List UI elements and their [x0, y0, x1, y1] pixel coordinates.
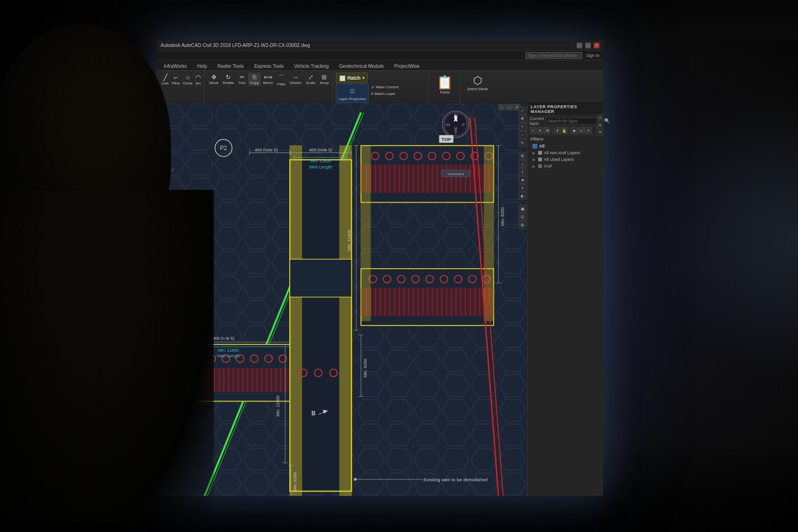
hatch-dropdown[interactable]: ▦ Hatch ▾ [336, 73, 368, 83]
layer-color-btn[interactable]: ■ [571, 127, 578, 134]
delete-layer-btn[interactable]: ✕ [537, 127, 543, 134]
rotate3d-btn[interactable]: ↻ [519, 139, 526, 147]
layer-tree-item-nonxref[interactable]: ▶ All non-Xref Layers [528, 149, 603, 156]
person-shoulder-silhouette [0, 190, 214, 522]
svg-text:Min. 6200: Min. 6200 [293, 472, 297, 491]
svg-text:Min. 6200: Min. 6200 [363, 359, 368, 377]
svg-rect-61 [340, 146, 352, 496]
zoom-out-btn[interactable]: − [519, 131, 526, 139]
all-label: All [539, 144, 545, 149]
search-input[interactable] [525, 52, 582, 59]
modify-scale-btn[interactable]: ⤢Scale [304, 73, 317, 86]
ribbon: Sign In InfraWorks Help Raster Tools Exp… [157, 51, 603, 103]
select-mode-btn[interactable]: ⬡ Select Mode [464, 73, 491, 93]
lock-layer-btn[interactable]: 🔓 [561, 127, 568, 134]
modify-copy-btn[interactable]: ⎘Copy [248, 73, 261, 86]
layer-panel-toolbar: Current layer: 🔍 [528, 116, 603, 126]
monitor-screen: Autodesk AutoCAD Civil 3D 2018 LFD-ARP-Z… [157, 40, 603, 496]
panel-tool-1[interactable]: ⊟ [597, 114, 603, 121]
ortho-toggle-btn[interactable]: ┼ [519, 168, 526, 176]
layer-tree-item-xref[interactable]: ▶ Xref [528, 163, 603, 169]
layer-properties-btn[interactable]: ≡ Layer Properties [336, 84, 369, 103]
panel-side-tools: ⊟ ⊠ ✥ [596, 113, 603, 136]
layer-tree-item-usedlayers[interactable]: ▶ All Used Layers [528, 156, 603, 163]
panel-tool-2[interactable]: ⊠ [597, 121, 603, 128]
layer-search-input[interactable] [546, 118, 603, 124]
layer-lineweight-btn[interactable]: ≡ [585, 127, 592, 134]
filters-label: Filters [528, 135, 603, 143]
usedlayers-icon [538, 158, 542, 161]
grid-toggle-btn[interactable]: ⊞ [519, 152, 526, 159]
svg-text:400 (note 5): 400 (note 5) [255, 148, 277, 152]
svg-text:E: E [462, 122, 465, 127]
svg-text:□: □ [508, 105, 511, 110]
lineweight-toggle-btn[interactable]: ≡ [519, 184, 526, 192]
tab-geotechnical[interactable]: Geotechnical Module [334, 62, 389, 70]
maximize-button[interactable]: □ [585, 43, 591, 48]
tab-projectwise[interactable]: ProjectWise [389, 62, 425, 70]
layer-toolbar-buttons: + ✕ ⚙ ☀ 🔓 ■ ═ ≡ [528, 126, 603, 135]
ribbon-tabs: InfraWorks Help Raster Tools Express Too… [157, 60, 603, 71]
title-bar: Autodesk AutoCAD Civil 3D 2018 LFD-ARP-Z… [157, 40, 603, 51]
layer-props-btn[interactable]: ⚙ [544, 127, 551, 134]
svg-text:400 (note 5): 400 (note 5) [309, 148, 332, 152]
svg-text:Unnamed: Unnamed [447, 172, 464, 176]
svg-text:✕: ✕ [515, 105, 519, 110]
tab-vehicle-tracking[interactable]: Vehicle Tracking [289, 62, 334, 70]
modify-fillet-btn[interactable]: ⌒Fillet [276, 73, 287, 87]
svg-rect-58 [361, 146, 370, 321]
zoom-in-btn[interactable]: + [519, 123, 526, 131]
tab-help[interactable]: Help [192, 62, 212, 70]
draw-polyline-btn[interactable]: ⌐ Pline [171, 73, 181, 86]
svg-rect-65 [290, 259, 352, 297]
svg-rect-48 [361, 288, 494, 316]
layer-tree-all[interactable]: All [528, 143, 603, 149]
draw-circle-btn[interactable]: ○ Circle [182, 73, 193, 86]
modify-move-btn[interactable]: ✥Move [207, 73, 220, 86]
make-current-btn[interactable]: ✓Make Current [370, 84, 400, 90]
draw-arc-btn[interactable]: ◠ Arc [194, 73, 202, 86]
layer-search-btn[interactable]: 🔍 [604, 118, 610, 124]
modify-rotate-btn[interactable]: ↻Rotate [221, 73, 236, 86]
modify-stretch-btn[interactable]: ↔Stretch [288, 73, 304, 86]
svg-text:—: — [500, 105, 504, 110]
svg-text:Min. 12400: Min. 12400 [347, 230, 352, 251]
freeze-layer-btn[interactable]: ☀ [554, 127, 560, 134]
tab-express-tools[interactable]: Express Tools [249, 62, 289, 70]
layer-linetype-btn[interactable]: ═ [578, 127, 585, 134]
match-layer-btn[interactable]: ≈Match Layer [370, 91, 400, 97]
new-layer-btn[interactable]: + [530, 127, 536, 134]
title-bar-controls: — □ ✕ [577, 43, 599, 48]
modify-trim-btn[interactable]: ✂Trim [237, 73, 248, 86]
close-button[interactable]: ✕ [594, 43, 599, 48]
all-layer-icon [532, 144, 537, 149]
svg-text:Min. 11800: Min. 11800 [218, 348, 238, 353]
panel-tool-3[interactable]: ✥ [597, 129, 603, 135]
svg-text:Min. 11800: Min. 11800 [310, 159, 331, 163]
minimize-button[interactable]: — [577, 43, 582, 48]
modify-mirror-btn[interactable]: ⟺Mirror [261, 73, 275, 86]
toolspace-btn[interactable]: ⊠ [519, 221, 526, 229]
object-snap-btn[interactable]: ◈ [519, 176, 526, 184]
snap-toggle-btn[interactable]: ⊥ [519, 160, 526, 168]
app-title: Autodesk AutoCAD Civil 3D 2018 LFD-ARP-Z… [161, 43, 310, 48]
svg-text:Min. 12400: Min. 12400 [276, 395, 280, 416]
selection-filter-btn[interactable]: ▣ [519, 205, 526, 213]
layer-panel-title: LAYER PROPERTIES MANAGER [528, 103, 603, 116]
svg-text:Weir Length: Weir Length [217, 354, 239, 358]
pan-btn[interactable]: ✥ [519, 115, 526, 122]
zoom-extents-btn[interactable]: ⤢ [519, 107, 526, 114]
modify-array-btn[interactable]: ⊞Array [318, 73, 331, 86]
svg-text:B: B [312, 410, 316, 417]
background-light [656, 95, 798, 380]
svg-text:400 (n  te 5): 400 (n te 5) [213, 336, 235, 341]
sign-in-button[interactable]: Sign In [586, 53, 599, 58]
svg-text:P2: P2 [220, 145, 227, 151]
tab-raster-tools[interactable]: Raster Tools [212, 62, 249, 70]
paste-btn[interactable]: 📋 Paste [433, 73, 457, 96]
transparency-btn[interactable]: ◐ [519, 192, 526, 200]
viewport-mini-toolbar: ⤢ ✥ + − ↻ ⊞ ⊥ ┼ ◈ ≡ ◐ ▣ ⊟ ⊠ [519, 107, 526, 229]
svg-rect-60 [290, 146, 302, 496]
properties-palette-btn[interactable]: ⊟ [519, 213, 526, 221]
toolbar-separator-2 [569, 127, 570, 134]
